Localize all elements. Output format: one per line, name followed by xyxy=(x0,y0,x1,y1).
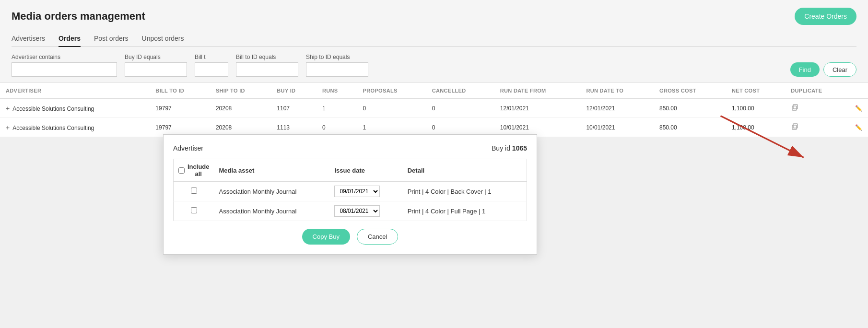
ship-to-filter-label: Ship to ID equals xyxy=(306,54,368,60)
filter-bar: Advertiser contains Buy ID equals Bill t… xyxy=(0,47,868,82)
row1-gross-cost: 850.00 xyxy=(654,99,726,118)
cancel-button[interactable]: Cancel xyxy=(357,229,398,245)
modal-row1-issue-date: 09/01/2021 xyxy=(329,182,402,201)
filter-actions: Find Clear xyxy=(790,62,856,77)
col-header-gross-cost: GROSS COST xyxy=(654,83,726,99)
copy-buy-button[interactable]: Copy Buy xyxy=(302,229,350,245)
modal-row2-media-asset: Association Monthly Journal xyxy=(214,201,330,221)
tab-bar: Advertisers Orders Post orders Unpost or… xyxy=(12,31,856,47)
row1-duplicate-icon[interactable] xyxy=(785,99,849,118)
duplicate-modal: Advertiser Buy id 1065 Include all Media… xyxy=(163,134,537,255)
row2-duplicate-icon[interactable] xyxy=(785,118,849,137)
advertiser-input[interactable] xyxy=(12,62,117,77)
modal-row2-detail: Print | 4 Color | Full Page | 1 xyxy=(403,201,527,221)
bill-to-filter-label: Bill to ID equals xyxy=(236,54,298,60)
modal-header: Advertiser Buy id 1065 xyxy=(173,144,527,152)
col-header-run-date-from: RUN DATE FROM xyxy=(494,83,581,99)
modal-advertiser-label: Advertiser xyxy=(173,144,203,152)
expand-icon[interactable]: + xyxy=(6,105,10,112)
row1-run-date-to: 12/01/2021 xyxy=(580,99,654,118)
orders-table-section: ADVERTISER BILL TO ID SHIP TO ID BUY ID … xyxy=(0,82,868,137)
modal-row1-media-asset: Association Monthly Journal xyxy=(214,182,330,201)
modal-row: Association Monthly Journal 08/01/2021 P… xyxy=(174,201,527,221)
expand-icon[interactable]: + xyxy=(6,124,10,131)
row1-advertiser: + Accessible Solutions Consulting xyxy=(0,99,150,118)
col-header-proposals: PROPOSALS xyxy=(357,83,426,99)
clear-button[interactable]: Clear xyxy=(823,62,856,77)
row2-checkbox[interactable] xyxy=(191,207,197,213)
modal-col-include-all: Include all xyxy=(174,159,214,182)
modal-row1-detail: Print | 4 Color | Back Cover | 1 xyxy=(403,182,527,201)
table-row: + Accessible Solutions Consulting 19797 … xyxy=(0,99,868,118)
find-button[interactable]: Find xyxy=(790,62,820,77)
row2-edit-icon[interactable]: ✏️ xyxy=(849,118,868,137)
row2-gross-cost: 850.00 xyxy=(654,118,726,137)
col-header-net-cost: NET COST xyxy=(726,83,785,99)
col-header-bill-to-id: BILL TO ID xyxy=(150,83,210,99)
bill-filter-label: Bill t xyxy=(195,54,228,60)
modal-footer: Copy Buy Cancel xyxy=(173,229,527,245)
row1-edit-icon[interactable]: ✏️ xyxy=(849,99,868,118)
buy-id-filter-label: Buy ID equals xyxy=(125,54,187,60)
ship-to-filter-group: Ship to ID equals xyxy=(306,54,368,77)
modal-table: Include all Media asset Issue date Detai… xyxy=(173,159,527,221)
buy-id-filter-group: Buy ID equals xyxy=(125,54,187,77)
bill-input[interactable] xyxy=(195,62,228,77)
modal-row2-issue-date: 08/01/2021 xyxy=(329,201,402,221)
col-header-run-date-to: RUN DATE TO xyxy=(580,83,654,99)
advertiser-filter-group: Advertiser contains xyxy=(12,54,117,77)
row1-buy-id[interactable]: 1107 xyxy=(271,99,317,118)
row1-proposals: 0 xyxy=(357,99,426,118)
col-header-cancelled: CANCELLED xyxy=(426,83,494,99)
modal-col-media-asset: Media asset xyxy=(214,159,330,182)
col-header-duplicate: DUPLICATE xyxy=(785,83,849,99)
col-header-advertiser: ADVERTISER xyxy=(0,83,150,99)
bill-to-filter-group: Bill to ID equals xyxy=(236,54,298,77)
ship-to-input[interactable] xyxy=(306,62,368,77)
create-orders-button[interactable]: Create Orders xyxy=(795,8,856,25)
row1-bill-to-id: 19797 xyxy=(150,99,210,118)
bill-to-input[interactable] xyxy=(236,62,298,77)
bill-filter-group: Bill t xyxy=(195,54,228,77)
tab-advertisers[interactable]: Advertisers xyxy=(12,31,45,47)
modal-col-issue-date: Issue date xyxy=(329,159,402,182)
col-header-ship-to-id: SHIP TO ID xyxy=(210,83,271,99)
modal-col-detail: Detail xyxy=(403,159,527,182)
advertiser-filter-label: Advertiser contains xyxy=(12,54,117,60)
row1-ship-to-id: 20208 xyxy=(210,99,271,118)
row1-run-date-from[interactable]: 12/01/2021 xyxy=(494,99,581,118)
tab-post-orders[interactable]: Post orders xyxy=(94,31,129,47)
row1-checkbox[interactable] xyxy=(191,187,197,194)
row1-net-cost: 1,100.00 xyxy=(726,99,785,118)
row2-net-cost: 1,100.00 xyxy=(726,118,785,137)
include-all-checkbox[interactable] xyxy=(178,167,185,174)
modal-row1-checkbox xyxy=(174,182,214,201)
tab-unpost-orders[interactable]: Unpost orders xyxy=(142,31,184,47)
tab-orders[interactable]: Orders xyxy=(59,31,81,47)
modal-row: Association Monthly Journal 09/01/2021 P… xyxy=(174,182,527,201)
modal-row2-checkbox xyxy=(174,201,214,221)
modal-buy-id: Buy id 1065 xyxy=(492,144,527,152)
col-header-runs: RUNS xyxy=(317,83,357,99)
orders-table: ADVERTISER BILL TO ID SHIP TO ID BUY ID … xyxy=(0,83,868,137)
col-header-buy-id: BUY ID xyxy=(271,83,317,99)
row2-run-date-to: 10/01/2021 xyxy=(580,118,654,137)
modal-row1-issue-date-select[interactable]: 09/01/2021 xyxy=(334,186,380,197)
modal-row2-issue-date-select[interactable]: 08/01/2021 xyxy=(334,205,380,217)
row2-advertiser: + Accessible Solutions Consulting xyxy=(0,118,150,137)
page-title: Media orders management xyxy=(12,10,145,23)
buy-id-input[interactable] xyxy=(125,62,187,77)
row1-runs: 1 xyxy=(317,99,357,118)
row1-cancelled[interactable]: 0 xyxy=(426,99,494,118)
